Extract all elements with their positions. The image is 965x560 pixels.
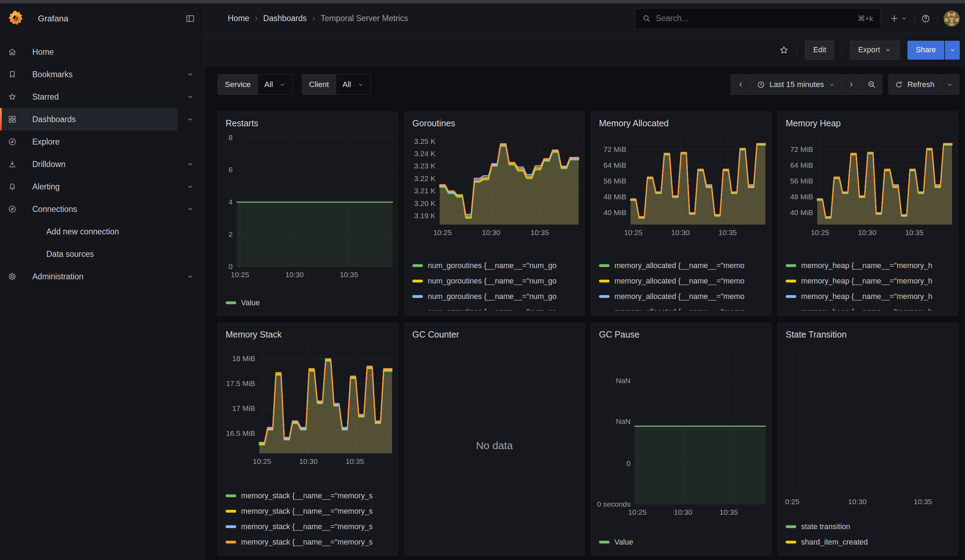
refresh-interval-button[interactable] [940,75,959,95]
legend-item[interactable]: memory_allocated {__name__="memo [599,273,767,289]
panel-restarts: Restarts0246810:2510:3010:35Value [218,112,398,316]
help-button[interactable] [921,14,931,23]
legend-series-label: memory_heap {__name__="memory_h [801,308,932,311]
main-area: Home › Dashboards › Temporal Server Metr… [205,3,965,560]
sidebar-item-connections[interactable]: Connections [0,198,205,220]
svg-text:16.5 MiB: 16.5 MiB [226,429,255,437]
variable-client-selected: All [342,80,351,89]
svg-text:18 MiB: 18 MiB [232,354,255,362]
sidebar-item-administration[interactable]: Administration [0,265,205,288]
star-dashboard-button[interactable] [779,45,789,56]
share-dropdown-button[interactable] [945,41,960,60]
panel-title[interactable]: Memory Stack [218,323,397,341]
svg-text:3.19 K: 3.19 K [414,212,435,220]
legend-series-color [226,301,236,304]
legend-item[interactable]: memory_allocated {__name__="memo [599,289,767,304]
panel-title[interactable]: GC Pause [591,323,771,341]
legend-series-label: memory_stack {__name__="memory_s [241,491,373,500]
sidebar-collapse-icon[interactable] [185,14,195,23]
time-picker-group: Last 15 minutes [731,74,882,95]
svg-text:10:30: 10:30 [858,229,877,237]
breadcrumb: Home › Dashboards › Temporal Server Metr… [228,14,408,23]
legend-item[interactable]: shard_item_created [786,534,954,550]
legend-item[interactable]: num_goroutines {__name__="num_go [412,273,581,289]
timeseries-chart[interactable]: 40 MiB48 MiB56 MiB64 MiB72 MiB10:2510:30… [778,132,958,238]
panel-title[interactable]: Goroutines [405,112,584,130]
timeseries-chart[interactable]: 0:2510:3010:35 [778,344,958,507]
legend-item[interactable]: memory_stack {__name__="memory_s [226,503,394,519]
time-range-button[interactable]: Last 15 minutes [751,75,841,95]
edit-button[interactable]: Edit [805,41,834,60]
panel-title[interactable]: GC Counter [405,323,584,341]
legend-item[interactable]: Value [226,295,394,310]
breadcrumb-home[interactable]: Home [228,14,249,23]
legend-series-label: memory_stack {__name__="memory_s [241,538,373,547]
legend-item[interactable]: memory_heap {__name__="memory_h [786,258,954,273]
legend-series-label: memory_allocated {__name__="memo [615,292,744,301]
timeseries-chart[interactable]: NaNNaN00 seconds10:2510:3010:35 [591,344,771,518]
svg-text:6: 6 [229,166,233,174]
legend-item[interactable]: memory_allocated {__name__="memo [599,304,767,310]
legend-series-color [599,295,610,298]
panel-legend: Value [218,295,397,310]
panel-title[interactable]: State Transition [778,323,958,341]
legend-item[interactable]: memory_heap {__name__="memory_h [786,289,954,304]
svg-text:0:25: 0:25 [785,498,799,506]
refresh-button[interactable]: Refresh [889,75,940,95]
share-button[interactable]: Share [908,41,944,60]
time-back-button[interactable] [731,75,751,95]
svg-text:3.23 K: 3.23 K [414,162,435,170]
legend-item[interactable]: state transition [786,519,954,534]
sidebar-item-bookmarks[interactable]: Bookmarks [0,63,205,86]
user-avatar[interactable] [944,11,960,27]
legend-item[interactable]: num_goroutines {__name__="num_go [412,304,581,310]
sidebar-item-add-new-connection[interactable]: Add new connection [0,220,205,243]
search-icon [642,14,651,23]
breadcrumb-dashboards[interactable]: Dashboards [263,14,307,23]
panel-legend: memory_allocated {__name__="memomemory_a… [591,258,771,310]
time-forward-button[interactable] [841,75,862,95]
sidebar-item-home[interactable]: Home [0,41,205,63]
panel-title[interactable]: Memory Allocated [591,112,771,130]
legend-item[interactable]: memory_stack {__name__="memory_s [226,488,394,503]
legend-series-color [226,495,236,497]
legend-item[interactable]: memory_allocated {__name__="memo [599,258,767,273]
variable-client[interactable]: Client All [302,74,371,95]
panel-title[interactable]: Memory Heap [778,112,958,130]
legend-item[interactable]: num_goroutines {__name__="num_go [412,289,581,304]
sidebar-item-dashboards[interactable]: Dashboards [0,108,205,131]
search-input[interactable]: ⌘+k [635,8,880,29]
sidebar-item-data-sources[interactable]: Data sources [0,243,205,265]
sidebar-item-starred[interactable]: Starred [0,86,205,108]
add-button[interactable] [890,14,908,23]
variable-client-value[interactable]: All [336,75,370,95]
legend-item[interactable]: memory_stack {__name__="memory_s [226,534,394,550]
variable-service[interactable]: Service All [218,74,293,95]
timeseries-chart[interactable]: 40 MiB48 MiB56 MiB64 MiB72 MiB10:2510:30… [591,132,771,238]
legend-item[interactable]: memory_stack {__name__="memory_s [226,519,394,534]
legend-item[interactable]: memory_heap {__name__="memory_h [786,304,954,310]
divider [937,13,937,24]
legend-item[interactable]: num_goroutines {__name__="num_go [412,258,581,273]
legend-series-color [786,280,796,282]
svg-text:48 MiB: 48 MiB [604,193,626,201]
panel-legend: state transitionshard_item_created [778,519,958,550]
legend-series-label: Value [241,299,260,307]
legend-item[interactable]: memory_heap {__name__="memory_h [786,273,954,289]
sidebar-item-drilldown[interactable]: Drilldown [0,153,205,175]
sidebar-item-alerting[interactable]: Alerting [0,175,205,198]
timeseries-chart[interactable]: 16.5 MiB17 MiB17.5 MiB18 MiB10:2510:3010… [218,344,397,467]
panel-title[interactable]: Restarts [218,112,397,130]
variable-client-label: Client [302,75,336,95]
time-zoom-out-button[interactable] [862,75,882,95]
legend-series-label: memory_heap {__name__="memory_h [801,277,932,286]
dashboard-submenu: Service All Client All [218,73,959,95]
variable-service-value[interactable]: All [258,75,292,95]
svg-text:40 MiB: 40 MiB [604,208,626,217]
sidebar-item-explore[interactable]: Explore [0,131,205,153]
search-field[interactable] [656,14,853,23]
export-button[interactable]: Export [850,41,900,60]
legend-item[interactable]: Value [599,534,767,550]
timeseries-chart[interactable]: 3.19 K3.20 K3.21 K3.22 K3.23 K3.24 K3.25… [405,132,584,238]
timeseries-chart[interactable]: 0246810:2510:3010:35 [218,132,397,280]
